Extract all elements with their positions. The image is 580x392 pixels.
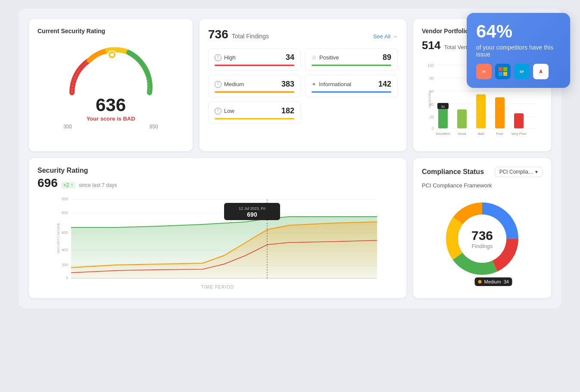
svg-text:400: 400 — [62, 248, 68, 252]
competitor-tooltip: 64% of your competitors have this issue … — [467, 13, 570, 88]
finding-item-informational: ✦ Informational 142 — [305, 75, 398, 97]
vendor-count: 514 — [422, 39, 440, 52]
svg-text:800: 800 — [62, 211, 68, 215]
chevron-down-icon: ▾ — [535, 169, 538, 175]
donut-label: Findings — [471, 243, 493, 249]
svg-rect-40 — [514, 113, 524, 128]
low-count: 182 — [281, 106, 294, 115]
svg-text:H: H — [483, 70, 486, 74]
bottom-row: Security Rating 696 +2 ↑ since last 7 da… — [29, 158, 551, 298]
informational-count: 142 — [378, 80, 391, 89]
medium-icon: ! — [215, 81, 221, 88]
finding-name-positive: ☆ Positive — [312, 54, 339, 61]
gauge-status: BAD — [123, 115, 135, 122]
donut-tooltip: Medium 34 — [475, 277, 512, 286]
low-label: Low — [224, 108, 234, 114]
findings-header: 736 Total Findings See All → — [208, 28, 398, 41]
finding-item-high-header: ! High 34 — [215, 53, 294, 62]
gauge-score: 636 — [96, 95, 126, 115]
svg-text:690: 690 — [247, 211, 257, 218]
svg-text:0: 0 — [432, 126, 434, 131]
svg-text:A: A — [539, 69, 542, 74]
line-chart-container: 850 800 600 400 200 0 SECURITY SCORE — [37, 195, 398, 281]
finding-name-medium: ! Medium — [215, 81, 244, 88]
finding-item-high: ! High 34 — [208, 48, 301, 71]
svg-rect-3 — [503, 67, 507, 71]
informational-label: Informational — [319, 81, 351, 87]
security-rating-title: Current Security Rating — [37, 28, 184, 34]
gauge-svg — [63, 43, 158, 99]
sc-period: since last 7 days — [79, 182, 117, 188]
donut-tooltip-label: Medium — [484, 279, 501, 284]
svg-rect-34 — [438, 108, 448, 128]
low-bar — [215, 118, 294, 119]
svg-rect-2 — [499, 67, 502, 71]
svg-text:SECURITY SCORE: SECURITY SCORE — [56, 223, 60, 254]
svg-text:100: 100 — [427, 63, 434, 68]
high-icon: ! — [215, 54, 221, 61]
compliance-card: Compliance Status PCI Complia... ▾ PCI C… — [413, 158, 551, 298]
competitor-logo-salesforce: SF — [514, 64, 530, 79]
gauge-label-text: Your score is — [86, 115, 121, 122]
svg-text:Good: Good — [458, 132, 466, 136]
svg-point-11 — [110, 53, 114, 56]
finding-name-high: ! High — [215, 54, 236, 61]
compliance-header: Compliance Status PCI Complia... ▾ — [422, 167, 543, 177]
sc-title: Security Rating — [37, 167, 117, 174]
donut-container: 736 Findings Medium 34 — [422, 196, 543, 282]
dashboard: 64% of your competitors have this issue … — [19, 9, 561, 308]
sc-score-row: 696 +2 ↑ since last 7 days — [37, 176, 117, 190]
svg-text:20: 20 — [430, 115, 434, 119]
informational-bar — [312, 91, 391, 93]
informational-icon: ✦ — [312, 81, 316, 87]
sc-title-block: Security Rating 696 +2 ↑ since last 7 da… — [37, 167, 117, 190]
svg-rect-4 — [499, 72, 502, 76]
finding-name-low: ! Low — [215, 108, 234, 115]
findings-grid: ! High 34 ☆ Positive 89 — [208, 48, 398, 124]
competitor-logo-microsoft — [495, 64, 511, 79]
finding-item-informational-header: ✦ Informational 142 — [312, 80, 391, 89]
see-all-link[interactable]: See All → — [373, 33, 398, 40]
svg-text:200: 200 — [62, 263, 68, 267]
svg-text:Excellent: Excellent — [436, 132, 450, 136]
svg-text:850: 850 — [62, 197, 68, 201]
medium-label: Medium — [224, 81, 244, 87]
sc-score: 696 — [37, 176, 58, 190]
svg-text:Bad: Bad — [478, 132, 484, 136]
compliance-dropdown[interactable]: PCI Complia... ▾ — [495, 167, 543, 177]
sc-header: Security Rating 696 +2 ↑ since last 7 da… — [37, 167, 398, 190]
sc-change: +2 ↑ — [61, 182, 75, 189]
compliance-framework-label: PCI Compliance Framework — [422, 182, 543, 189]
donut-center: 736 Findings — [471, 228, 493, 249]
competitor-percentage: 64% — [476, 22, 561, 41]
competitor-logo-adobe: A — [533, 64, 549, 79]
finding-item-medium: ! Medium 383 — [208, 75, 301, 97]
line-chart-svg: 850 800 600 400 200 0 SECURITY SCORE — [37, 195, 398, 281]
svg-rect-39 — [495, 97, 505, 128]
findings-label: Total Findings — [232, 33, 269, 40]
svg-text:VENDORS: VENDORS — [428, 91, 432, 108]
svg-text:80: 80 — [430, 76, 434, 81]
positive-icon: ☆ — [312, 54, 317, 61]
svg-text:12 Jul 2023, Fri: 12 Jul 2023, Fri — [239, 206, 265, 211]
low-icon: ! — [215, 108, 221, 115]
gauge-range: 300 850 — [63, 124, 158, 130]
finding-item-low-header: ! Low 182 — [215, 106, 294, 115]
gauge-container: 636 Your score is BAD 300 850 — [37, 39, 184, 130]
compliance-dropdown-label: PCI Complia... — [499, 169, 533, 175]
medium-count: 383 — [281, 80, 294, 89]
high-label: High — [224, 54, 236, 61]
finding-item-medium-header: ! Medium 383 — [215, 80, 294, 89]
compliance-title: Compliance Status — [422, 168, 484, 176]
svg-rect-38 — [476, 94, 486, 128]
gauge-min: 300 — [63, 124, 72, 130]
competitor-description: of your competitors have this issue — [476, 44, 561, 58]
gauge-max: 850 — [150, 124, 158, 130]
findings-count: 736 — [208, 28, 228, 41]
gauge-label: Your score is BAD — [86, 115, 135, 122]
finding-item-positive: ☆ Positive 89 — [305, 48, 398, 71]
competitor-logo-hubspot: H — [476, 64, 492, 79]
svg-text:Poor: Poor — [496, 132, 504, 136]
svg-rect-5 — [503, 72, 507, 76]
positive-bar — [312, 65, 391, 66]
